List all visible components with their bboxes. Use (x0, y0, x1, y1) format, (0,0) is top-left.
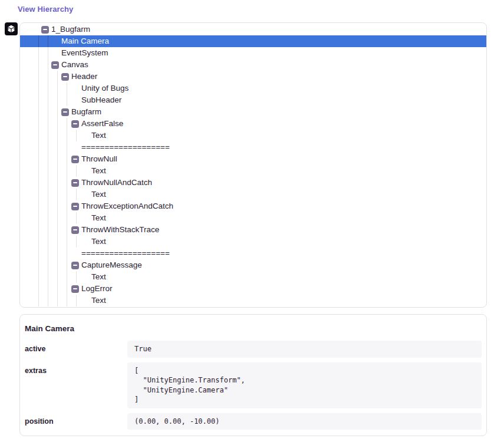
expander-slot (81, 215, 91, 222)
tree-item[interactable]: CaptureMessage (20, 259, 486, 271)
tree-item-label: Text (91, 236, 106, 248)
indent-guide (67, 165, 67, 177)
tree-item[interactable]: ThrowExceptionAndCatch (20, 200, 486, 212)
expander-slot (71, 85, 81, 93)
indent-guide (67, 271, 67, 283)
collapse-minus-icon[interactable] (71, 203, 79, 210)
indent-guide (67, 236, 67, 248)
tree-item[interactable]: Text (20, 295, 486, 306)
indent-guide (38, 153, 39, 165)
tree-item-label: Header (71, 71, 97, 83)
collapse-minus-icon[interactable] (71, 262, 79, 269)
collapse-minus-icon[interactable] (71, 156, 79, 163)
tree-item[interactable]: Text (20, 271, 486, 283)
tree-item[interactable]: ThrowNull (20, 153, 486, 165)
indent-guide (57, 271, 58, 283)
indent-guide (57, 236, 58, 248)
indent-guide (48, 118, 48, 130)
indent-guide (38, 165, 39, 177)
indent-guide (48, 271, 48, 283)
expander-slot (51, 61, 61, 69)
tree-item[interactable]: Text (20, 212, 486, 224)
indent-guide (38, 35, 39, 47)
collapse-minus-icon[interactable] (71, 179, 79, 187)
collapse-minus-icon[interactable] (71, 120, 79, 128)
tree-item[interactable]: Text (20, 165, 486, 177)
indent-guide (38, 224, 39, 236)
indent-guide (38, 295, 39, 306)
indent-guide (48, 224, 48, 236)
collapse-minus-icon[interactable] (51, 61, 59, 69)
indent-guide (48, 106, 48, 118)
indent-guide (76, 295, 77, 306)
indent-guide (48, 130, 48, 141)
indent-guide (67, 295, 67, 306)
indent-guide (38, 118, 39, 130)
tree-item[interactable]: Main Camera (20, 35, 486, 47)
tree-item[interactable]: Bugfarm (20, 106, 486, 118)
tree-item[interactable]: ThrowWithStackTrace (20, 224, 486, 236)
indent-guide (67, 248, 67, 259)
tree-item-label: =================== (81, 248, 170, 259)
indent-guide (57, 283, 58, 295)
expander-slot (71, 203, 81, 210)
collapse-minus-icon[interactable] (61, 108, 69, 116)
tree-item[interactable]: ThrowNullAndCatch (20, 177, 486, 189)
hierarchy-tree-panel[interactable]: 1_BugfarmMain CameraEventSystemCanvasHea… (19, 22, 487, 308)
indent-guide (48, 153, 48, 165)
indent-guide (76, 212, 77, 224)
expander-slot (71, 144, 81, 151)
indent-guide (67, 189, 67, 200)
indent-guide (67, 283, 67, 295)
collapse-minus-icon[interactable] (41, 26, 49, 34)
indent-guide (67, 259, 67, 271)
tree-item-label: SubHeader (81, 94, 121, 106)
indent-guide (48, 35, 48, 47)
tree-item[interactable]: =================== (20, 248, 486, 259)
detail-value: (0.00, 0.00, -10.00) (127, 413, 482, 430)
indent-guide (48, 83, 48, 94)
tree-item-label: ThrowExceptionAndCatch (81, 200, 173, 212)
tree-item[interactable]: =================== (20, 141, 486, 153)
collapse-minus-icon[interactable] (71, 226, 79, 234)
indent-guide (38, 177, 39, 189)
tree-item[interactable]: Canvas (20, 59, 486, 71)
tree-item[interactable]: Text (20, 236, 486, 248)
detail-key: position (25, 413, 127, 430)
collapse-minus-icon[interactable] (61, 73, 69, 81)
tree-item[interactable]: LogError (20, 283, 486, 295)
indent-guide (76, 189, 77, 200)
tree-item[interactable]: Unity of Bugs (20, 83, 486, 94)
indent-guide (57, 189, 58, 200)
detail-panel-title: Main Camera (25, 324, 482, 333)
tree-item-label: =================== (81, 141, 170, 153)
indent-guide (57, 200, 58, 212)
indent-guide (57, 177, 58, 189)
tree-item[interactable]: 1_Bugfarm (20, 24, 486, 35)
indent-guide (48, 59, 48, 71)
tree-item-label: ThrowWithStackTrace (81, 224, 159, 236)
indent-guide (57, 141, 58, 153)
tree-item-label: Text (91, 189, 106, 200)
indent-guide (57, 248, 58, 259)
indent-guide (38, 71, 39, 83)
indent-guide (38, 212, 39, 224)
expander-slot (51, 38, 61, 45)
indent-guide (48, 295, 48, 306)
expander-slot (71, 97, 81, 104)
tree-item[interactable]: Text (20, 189, 486, 200)
tree-item[interactable]: EventSystem (20, 47, 486, 59)
collapse-minus-icon[interactable] (71, 285, 79, 293)
indent-guide (76, 271, 77, 283)
tree-item-label: Unity of Bugs (81, 83, 129, 94)
indent-guide (48, 141, 48, 153)
tree-item[interactable]: AssertFalse (20, 118, 486, 130)
indent-guide (48, 259, 48, 271)
indent-guide (38, 200, 39, 212)
detail-key: extras (25, 362, 127, 408)
expander-slot (71, 156, 81, 163)
tree-item[interactable]: Text (20, 130, 486, 141)
tree-item[interactable]: SubHeader (20, 94, 486, 106)
tree-item[interactable]: Header (20, 71, 486, 83)
view-hierarchy-title[interactable]: View Hierarchy (18, 5, 73, 14)
